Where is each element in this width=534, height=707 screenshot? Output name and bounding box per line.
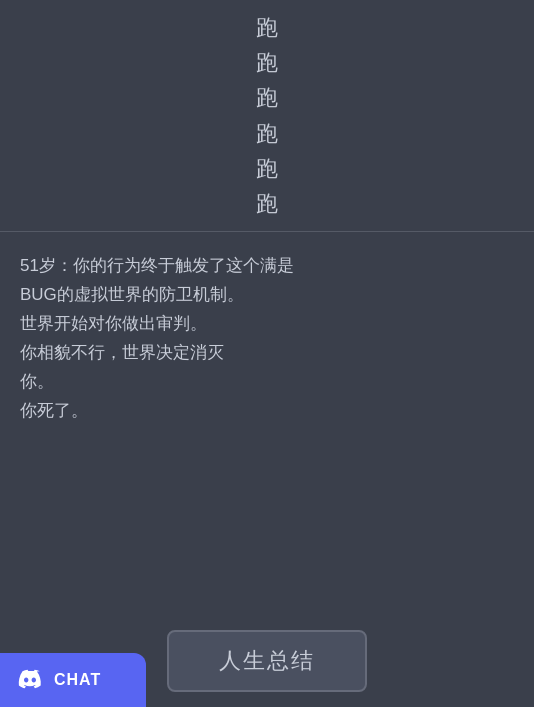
run-char-1: 跑 — [256, 10, 278, 45]
message-line-6: 你死了。 — [20, 401, 88, 420]
run-char-3: 跑 — [256, 80, 278, 115]
run-char-6: 跑 — [256, 186, 278, 221]
discord-icon — [16, 666, 44, 694]
age-label: 51岁： — [20, 256, 73, 275]
run-section: 跑 跑 跑 跑 跑 跑 — [0, 0, 534, 232]
message-body: 51岁：你的行为终于触发了这个满是 BUG的虚拟世界的防卫机制。 世界开始对你做… — [20, 252, 514, 425]
run-char-2: 跑 — [256, 45, 278, 80]
chat-label: CHAT — [54, 671, 101, 689]
summary-button[interactable]: 人生总结 — [167, 630, 367, 692]
message-line-2: BUG的虚拟世界的防卫机制。 — [20, 285, 244, 304]
chat-bar[interactable]: CHAT — [0, 653, 146, 707]
run-char-5: 跑 — [256, 151, 278, 186]
run-char-4: 跑 — [256, 116, 278, 151]
message-line-1: 你的行为终于触发了这个满是 — [73, 256, 294, 275]
message-line-5: 你。 — [20, 372, 54, 391]
message-section: 51岁：你的行为终于触发了这个满是 BUG的虚拟世界的防卫机制。 世界开始对你做… — [0, 232, 534, 610]
message-line-3: 世界开始对你做出审判。 — [20, 314, 207, 333]
message-line-4: 你相貌不行，世界决定消灭 — [20, 343, 224, 362]
